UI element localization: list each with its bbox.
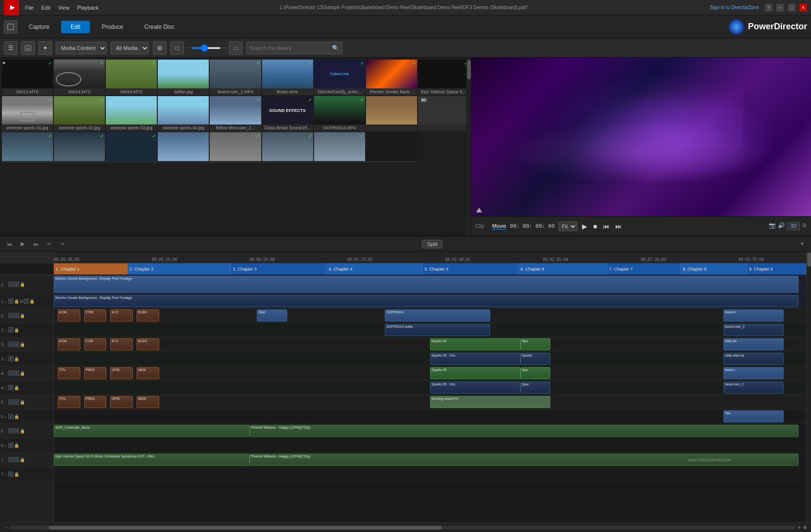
settings-icon[interactable]: ⚙ (802, 222, 807, 230)
maximize-button[interactable]: □ (788, 4, 796, 12)
zoom-in-icon[interactable]: + (798, 524, 801, 531)
track-1-check[interactable]: ✓ (14, 282, 19, 287)
chapter-5[interactable]: 5. Chapter 5 (423, 263, 519, 274)
next-frame-button[interactable]: ⏭ (614, 222, 623, 231)
panel-toggle[interactable]: ☰ (4, 41, 17, 55)
help-button[interactable]: ? (765, 4, 773, 12)
sign-in-link[interactable]: Sign in to DirectorZone (710, 5, 759, 10)
media-item[interactable]: ✓ 00018.MTS (106, 60, 157, 95)
grid-view-button[interactable]: ⊞ (153, 41, 166, 55)
clip-2-5[interactable]: Glas (257, 309, 287, 322)
media-item[interactable]: ✓ Epic Intense Space S... (418, 60, 469, 95)
track-1-eye[interactable]: □ (8, 282, 13, 287)
track-1s-lock2[interactable]: 🔒 (29, 299, 35, 304)
chapter-4[interactable]: 4. Chapter 4 (327, 263, 422, 274)
track-3-check[interactable]: ✓ (14, 342, 19, 347)
timeline-skip-button[interactable]: ⏭ (30, 240, 41, 248)
timeline-vscrollbar[interactable] (806, 252, 811, 522)
edit-button[interactable]: Edit (61, 21, 90, 33)
thumb-size-slider[interactable]: ─ ─ (188, 45, 225, 50)
track-6-check[interactable]: ✓ (14, 428, 19, 433)
clip-4-2[interactable]: PRES (84, 367, 107, 379)
track-2s-check[interactable]: ✓ (8, 327, 13, 333)
media-item[interactable]: ✓ (106, 132, 157, 163)
track-3s-lock[interactable]: 🔒 (14, 357, 19, 361)
clip-2s-audio[interactable]: GOPR0014 audio (385, 324, 490, 336)
media-item[interactable] (366, 132, 417, 163)
media-item[interactable]: ✓ Boats.wmv (262, 60, 313, 95)
clip-2-1[interactable]: A DA (58, 309, 80, 322)
clip-3s-wide[interactable]: wide-shot-ca (723, 353, 784, 365)
clip-3-wide[interactable]: wide-sh (723, 338, 784, 350)
clip-4-sparks1[interactable]: Sparks 05 (430, 367, 520, 379)
media-item[interactable]: ✓ (262, 132, 313, 163)
track-7s-lock[interactable]: 🔒 (14, 472, 19, 477)
clip-4-sparks2[interactable]: Spa (520, 367, 551, 379)
magic-button[interactable]: ✦ (38, 41, 52, 55)
close-button[interactable]: ✕ (799, 4, 807, 12)
track-4s-check[interactable]: ✓ (8, 385, 13, 390)
track-6s-lock[interactable]: 🔒 (14, 443, 19, 448)
clip-5-sizzle[interactable]: Sizzling sound FX (430, 396, 550, 408)
menu-playback[interactable]: Playback (77, 5, 99, 11)
track-2-eye[interactable]: □ (8, 313, 13, 318)
media-item[interactable]: ✓ board-cam_2.MP4 (210, 60, 261, 95)
clip-3-1[interactable]: A DA (58, 338, 80, 350)
chapter-9[interactable]: 9. Chapter 9 (747, 263, 806, 274)
media-item[interactable]: ✓ ballon.jpg (158, 60, 209, 95)
clip-4-head[interactable]: head-c (723, 367, 784, 379)
clip-3-3[interactable]: A CI (110, 338, 133, 350)
timeline-play-button[interactable]: ▶ (18, 240, 27, 248)
clip-scifi-music[interactable]: SciFi_Cinematic_Music (54, 425, 250, 437)
track-5s-check[interactable]: ✓ (8, 414, 13, 419)
produce-button[interactable]: Produce (92, 21, 133, 33)
track-7s-check[interactable]: □ (8, 471, 13, 477)
track-1-lock[interactable]: 🔒 (20, 282, 25, 287)
tab-clip[interactable]: Clip (475, 223, 484, 230)
track-5s-lock[interactable]: 🔒 (14, 414, 19, 419)
track-2-check[interactable]: ✓ (14, 313, 19, 318)
media-item[interactable]: ✓ extreme sports 03.jpg (106, 96, 157, 132)
clip-3-2[interactable]: CYBI (84, 338, 107, 350)
chapter-8[interactable]: 8. Chapter 8 (681, 263, 747, 274)
media-item[interactable]: ✓ (158, 132, 209, 163)
clip-3-4[interactable]: ELEG (137, 338, 159, 350)
track-1s-cb2[interactable]: ✓ (24, 298, 29, 304)
media-item[interactable]: CyberLink ✓ DirectorFamily_outro... (314, 60, 365, 95)
clip-4s-audio2[interactable]: Spar (520, 382, 551, 394)
fx-icon[interactable]: fx (20, 299, 23, 304)
media-item[interactable]: ✓ follow-shot-cam_2... (210, 96, 261, 132)
tab-movie[interactable]: Movie (492, 223, 506, 230)
clip-2s-audio2[interactable]: board-cam_2 (723, 324, 784, 336)
clip-4-3[interactable]: OPEI (110, 367, 133, 379)
prev-frame-button[interactable]: ⏮ (602, 222, 610, 231)
clip-5-4[interactable]: NEW (137, 396, 159, 408)
track-3s-check[interactable]: ✓ (8, 356, 13, 361)
track-3-lock[interactable]: 🔒 (20, 342, 25, 347)
clip-4-4[interactable]: NEW (137, 367, 159, 379)
media-item[interactable]: ▶ ✓ 00012.MTS (2, 60, 53, 95)
play-button[interactable]: ▶ (581, 222, 588, 231)
chapter-2[interactable]: 2. Chapter 2 (127, 263, 231, 274)
stop-button[interactable]: ■ (592, 222, 598, 231)
magic-fix-button[interactable]: ✦ (797, 240, 807, 248)
add-track-icon[interactable]: ⊕ (803, 524, 807, 531)
track-7-check[interactable]: □ (14, 457, 19, 462)
clip-4-1[interactable]: TITL (58, 367, 80, 379)
search-input[interactable] (250, 45, 332, 51)
media-item[interactable]: ✓ (54, 132, 105, 163)
capture-button[interactable]: Capture (19, 21, 59, 33)
track-6s-check[interactable]: ✓ (8, 443, 13, 448)
split-button[interactable]: Split (422, 240, 443, 248)
menu-edit[interactable]: Edit (41, 5, 51, 11)
media-item[interactable]: ✓ GOPR0014.MP4 (314, 96, 365, 132)
track-4-check[interactable]: ✓ (14, 371, 19, 376)
clip-2-4[interactable]: ELEG (137, 309, 159, 322)
media-scrollbar[interactable] (466, 58, 471, 235)
media-item[interactable]: ✓ (2, 132, 53, 163)
track-6-eye[interactable]: □ (8, 428, 13, 433)
clip-2-3[interactable]: A CI (110, 309, 133, 322)
track-7-lock[interactable]: 🔒 (20, 458, 25, 462)
track-7-eye[interactable]: □ (8, 457, 13, 462)
track-1s-check[interactable]: ✓ (8, 298, 13, 304)
